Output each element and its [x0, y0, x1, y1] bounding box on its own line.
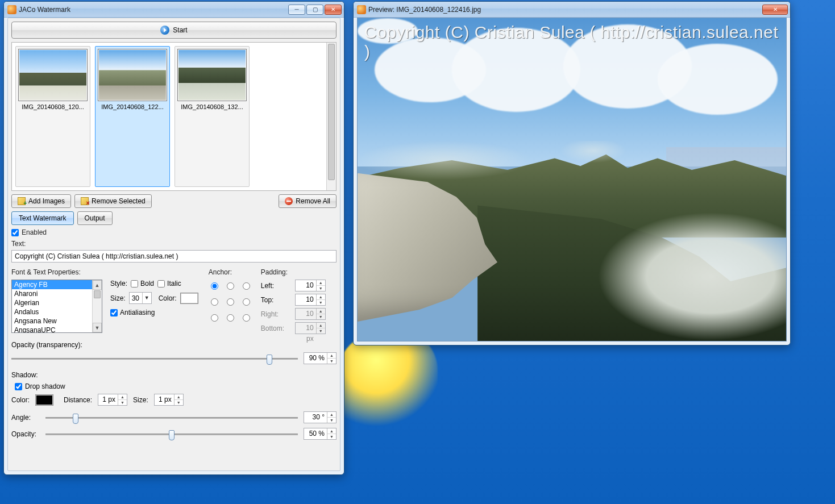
antialias-checkbox[interactable]: Antialiasing: [110, 309, 198, 316]
anchor-label: Anchor:: [209, 268, 253, 276]
app-icon: [357, 5, 366, 14]
italic-checkbox[interactable]: Italic: [157, 280, 181, 288]
tab-output[interactable]: Output: [77, 211, 113, 225]
thumbnail-item[interactable]: IMG_20140608_132...: [175, 46, 250, 187]
font-option[interactable]: Andalus: [12, 307, 102, 316]
italic-label: Italic: [167, 280, 181, 288]
font-option[interactable]: Aharoni: [12, 289, 102, 298]
bold-checkbox[interactable]: Bold: [131, 280, 154, 288]
enabled-checkbox-input[interactable]: [11, 229, 19, 236]
pad-top-label: Top:: [261, 296, 295, 304]
pad-left-label: Left:: [261, 282, 295, 290]
anchor-bl[interactable]: [211, 314, 218, 322]
remove-all-label: Remove All: [296, 197, 330, 205]
anchor-tl[interactable]: [211, 282, 218, 290]
distance-label: Distance:: [64, 396, 92, 404]
thumbnail-image: [18, 49, 88, 101]
text-color-swatch[interactable]: [180, 293, 198, 304]
thumbnail-item[interactable]: IMG_20140608_120...: [15, 46, 90, 187]
start-button[interactable]: Start: [11, 22, 337, 39]
app-icon: [7, 5, 16, 14]
remove-icon: [81, 197, 89, 205]
shadow-size-spin[interactable]: 1 px▲▼: [154, 394, 184, 406]
add-images-button[interactable]: Add Images: [11, 194, 71, 208]
color-label: Color:: [159, 294, 177, 302]
main-titlebar[interactable]: JACo Watermark ─ ▢ ✕: [4, 2, 344, 18]
opacity-spin[interactable]: 90 %▲▼: [304, 352, 337, 364]
shadow-opacity-label: Opacity:: [11, 430, 40, 438]
pad-bottom-spin: 10 px▲▼: [295, 322, 326, 334]
anchor-tr[interactable]: [243, 282, 250, 290]
angle-slider[interactable]: [45, 412, 298, 423]
anchor-mr[interactable]: [243, 298, 250, 306]
minimize-button[interactable]: ─: [288, 5, 305, 15]
tab-text-watermark[interactable]: Text Watermark: [11, 211, 74, 225]
remove-selected-label: Remove Selected: [92, 197, 146, 205]
preview-title: Preview: IMG_20140608_122416.jpg: [368, 6, 761, 14]
anchor-ml[interactable]: [211, 298, 218, 306]
remove-all-button[interactable]: Remove All: [279, 194, 337, 208]
anchor-bc[interactable]: [227, 314, 234, 322]
text-label: Text:: [11, 240, 337, 248]
tab-output-label: Output: [85, 214, 105, 222]
enabled-checkbox[interactable]: Enabled: [11, 228, 337, 236]
padding-label: Padding:: [261, 268, 326, 276]
opacity-slider[interactable]: [11, 353, 298, 364]
pad-left-spin[interactable]: 10 px▲▼: [295, 280, 326, 291]
thumbnails-area[interactable]: IMG_20140608_120... IMG_20140608_122... …: [11, 42, 337, 191]
pad-right-spin: 10 px▲▼: [295, 308, 326, 320]
shadow-size-label: Size:: [133, 396, 148, 404]
shadow-group-label: Shadow:: [11, 371, 337, 379]
remove-all-icon: [285, 197, 293, 205]
drop-shadow-checkbox[interactable]: Drop shadow: [15, 382, 337, 390]
thumbnail-caption: IMG_20140608_120...: [18, 101, 88, 113]
font-option[interactable]: Algerian: [12, 298, 102, 307]
maximize-button[interactable]: ▢: [306, 5, 323, 15]
size-combo[interactable]: 30▼: [129, 292, 152, 304]
font-list[interactable]: Agency FB Aharoni Algerian Andalus Angsa…: [11, 280, 102, 333]
shadow-opacity-spin[interactable]: 50 %▲▼: [304, 428, 337, 440]
thumbnail-image: [98, 49, 167, 101]
play-icon: [160, 26, 169, 35]
pad-bottom-label: Bottom:: [261, 324, 295, 332]
font-group-label: Font & Text Properties:: [11, 268, 102, 276]
antialias-label: Antialiasing: [120, 309, 155, 316]
main-window: JACo Watermark ─ ▢ ✕ Start IMG_20140608_…: [3, 1, 344, 475]
thumbnails-scrollbar[interactable]: [326, 43, 336, 190]
start-label: Start: [173, 26, 187, 34]
style-label: Style:: [110, 280, 127, 288]
tab-text-watermark-label: Text Watermark: [19, 214, 67, 222]
font-option[interactable]: AngsanaUPC: [12, 326, 102, 333]
font-option[interactable]: Agency FB: [12, 280, 102, 289]
preview-body: Copyright (C) Cristian Sulea ( http://cr…: [357, 18, 787, 341]
chevron-down-icon: ▼: [142, 293, 151, 303]
add-images-label: Add Images: [28, 197, 65, 205]
anchor-br[interactable]: [243, 314, 250, 322]
anchor-tc[interactable]: [227, 282, 234, 290]
distance-spin[interactable]: 1 px▲▼: [98, 394, 127, 406]
preview-window: Preview: IMG_20140608_122416.jpg ✕ Copyr…: [353, 1, 791, 345]
watermark-text-input[interactable]: [11, 250, 337, 263]
thumbnail-caption: IMG_20140608_122...: [98, 101, 167, 113]
main-title: JACo Watermark: [19, 6, 287, 14]
anchor-grid: [209, 280, 253, 324]
anchor-mc[interactable]: [227, 298, 234, 306]
preview-titlebar[interactable]: Preview: IMG_20140608_122416.jpg ✕: [354, 2, 790, 18]
pad-top-spin[interactable]: 10 px▲▼: [295, 294, 326, 306]
drop-shadow-label: Drop shadow: [25, 382, 65, 390]
add-icon: [18, 197, 26, 205]
thumbnail-item[interactable]: IMG_20140608_122...: [95, 46, 170, 187]
main-body: Start IMG_20140608_120... IMG_20140608_1…: [7, 18, 340, 471]
angle-label: Angle:: [11, 414, 40, 422]
preview-image: [358, 18, 786, 341]
font-list-scrollbar[interactable]: ▲▼: [92, 280, 102, 332]
close-button[interactable]: ✕: [325, 5, 342, 15]
enabled-label: Enabled: [22, 228, 47, 236]
shadow-color-swatch[interactable]: [35, 394, 53, 406]
thumbnail-image: [177, 49, 247, 101]
preview-close-button[interactable]: ✕: [762, 5, 788, 15]
shadow-opacity-slider[interactable]: [45, 428, 298, 440]
font-option[interactable]: Angsana New: [12, 316, 102, 326]
angle-spin[interactable]: 30 °▲▼: [304, 411, 337, 423]
remove-selected-button[interactable]: Remove Selected: [74, 194, 152, 208]
